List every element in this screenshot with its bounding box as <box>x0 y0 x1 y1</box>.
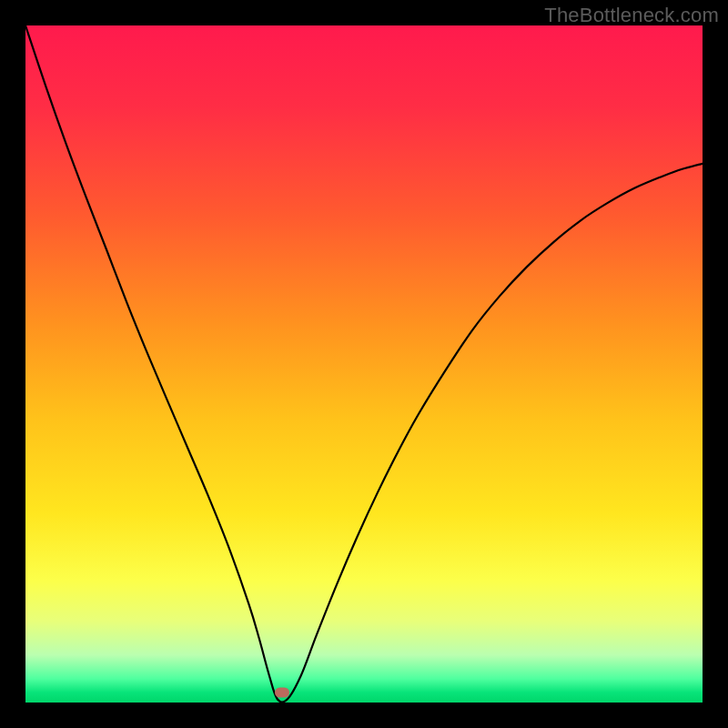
plot-area <box>25 25 703 703</box>
watermark-text: TheBottleneck.com <box>544 4 719 27</box>
curve-layer <box>25 25 703 703</box>
optimum-marker <box>275 687 289 697</box>
chart-frame: TheBottleneck.com <box>0 0 728 728</box>
bottleneck-curve <box>25 25 703 703</box>
